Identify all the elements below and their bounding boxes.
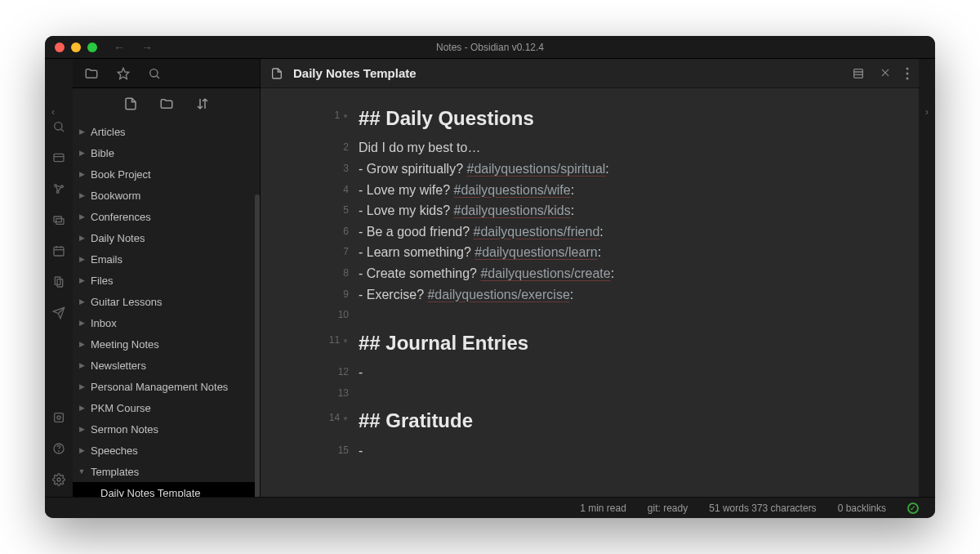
collapse-right-icon[interactable]: › xyxy=(919,59,935,497)
chevron-right-icon[interactable]: ▶ xyxy=(78,127,86,136)
folder-item[interactable]: ▼Templates xyxy=(73,461,260,482)
editor-line[interactable]: 3- Grow spiritually? #dailyquestions/spi… xyxy=(261,159,919,180)
hashtag-link[interactable]: #dailyquestions/friend xyxy=(474,225,600,239)
chevron-right-icon[interactable]: ▶ xyxy=(78,340,86,348)
line-content[interactable]: ## Daily Questions xyxy=(359,101,919,137)
line-content[interactable]: - Be a good friend? #dailyquestions/frie… xyxy=(359,221,919,243)
editor-line[interactable]: 6- Be a good friend? #dailyquestions/fri… xyxy=(261,221,919,243)
publish-icon[interactable] xyxy=(51,306,66,320)
chevron-right-icon[interactable]: ▶ xyxy=(78,149,86,157)
new-folder-icon[interactable] xyxy=(159,96,174,111)
folder-tree[interactable]: ▶Articles▶Bible▶Book Project▶Bookworm▶Co… xyxy=(73,119,260,497)
folder-item[interactable]: ▶Bible xyxy=(73,142,260,163)
chevron-right-icon[interactable]: ▶ xyxy=(78,276,86,284)
editor-line[interactable]: 14▼## Gratitude xyxy=(261,404,919,440)
folder-item[interactable]: ▶Files xyxy=(73,270,260,291)
line-content[interactable]: Did I do my best to… xyxy=(359,137,919,159)
more-options-icon[interactable] xyxy=(906,67,909,80)
sync-ok-icon[interactable]: ✓ xyxy=(907,503,919,514)
quick-switcher-icon[interactable] xyxy=(51,150,66,165)
folder-item[interactable]: ▶Newsletters xyxy=(73,355,260,376)
line-content[interactable]: - xyxy=(359,440,919,462)
chevron-down-icon[interactable]: ▼ xyxy=(78,467,86,476)
templates-icon[interactable] xyxy=(51,275,66,289)
hashtag-link[interactable]: #dailyquestions/exercise xyxy=(427,288,569,302)
chevron-right-icon[interactable]: ▶ xyxy=(78,361,86,369)
folder-item[interactable]: ▶Inbox xyxy=(73,312,260,333)
chevron-right-icon[interactable]: ▶ xyxy=(78,382,86,391)
chevron-right-icon[interactable]: ▶ xyxy=(78,212,86,221)
settings-icon[interactable] xyxy=(51,472,66,487)
hashtag-link[interactable]: #dailyquestions/wife xyxy=(453,183,570,197)
hashtag-link[interactable]: #dailyquestions/create xyxy=(480,266,610,280)
folder-item[interactable]: ▶PKM Course xyxy=(73,397,260,418)
folder-item[interactable]: ▶Emails xyxy=(73,248,260,270)
folder-item[interactable]: ▶Speeches xyxy=(73,440,260,461)
line-content[interactable]: - Create something? #dailyquestions/crea… xyxy=(359,263,919,284)
hashtag-link[interactable]: #dailyquestions/learn xyxy=(474,245,597,259)
fold-icon[interactable]: ▼ xyxy=(342,337,349,345)
forward-button[interactable]: → xyxy=(141,41,153,54)
preview-toggle-icon[interactable] xyxy=(852,67,865,80)
chevron-right-icon[interactable]: ▶ xyxy=(78,234,86,242)
file-item-active[interactable]: Daily Notes Template xyxy=(73,482,260,497)
chevron-right-icon[interactable]: ▶ xyxy=(78,255,86,263)
editor-line[interactable]: 11▼## Journal Entries xyxy=(261,326,919,362)
folder-item[interactable]: ▶Bookworm xyxy=(73,185,260,206)
hashtag-link[interactable]: #dailyquestions/spiritual xyxy=(466,162,605,176)
folder-item[interactable]: ▶Articles xyxy=(73,121,260,142)
line-content[interactable]: - Exercise? #dailyquestions/exercise: xyxy=(359,284,919,306)
vault-icon[interactable] xyxy=(51,410,66,425)
editor-line[interactable]: 10 xyxy=(261,305,919,326)
maximize-window-button[interactable] xyxy=(87,42,97,52)
line-content[interactable]: ## Gratitude xyxy=(359,404,919,440)
editor-line[interactable]: 4- Love my wife? #dailyquestions/wife: xyxy=(261,180,919,201)
editor-line[interactable]: 8- Create something? #dailyquestions/cre… xyxy=(261,263,919,284)
scrollbar-thumb[interactable] xyxy=(255,194,260,497)
chevron-right-icon[interactable]: ▶ xyxy=(78,170,86,178)
line-content[interactable]: - Love my wife? #dailyquestions/wife: xyxy=(359,180,919,201)
line-content[interactable]: - Learn something? #dailyquestions/learn… xyxy=(359,242,919,263)
new-note-icon[interactable] xyxy=(123,96,138,111)
folder-item[interactable]: ▶Personal Management Notes xyxy=(73,376,260,397)
close-icon[interactable] xyxy=(880,67,891,80)
sort-icon[interactable] xyxy=(195,96,210,111)
close-window-button[interactable] xyxy=(55,42,65,52)
line-content[interactable]: - Grow spiritually? #dailyquestions/spir… xyxy=(359,159,919,180)
fold-icon[interactable]: ▼ xyxy=(342,415,349,422)
folder-item[interactable]: ▶Book Project xyxy=(73,163,260,185)
search-tab-icon[interactable] xyxy=(148,67,161,80)
folder-item[interactable]: ▶Daily Notes xyxy=(73,227,260,248)
editor-line[interactable]: 9- Exercise? #dailyquestions/exercise: xyxy=(261,284,919,306)
editor-line[interactable]: 15- xyxy=(261,440,919,462)
cards-icon[interactable] xyxy=(51,212,66,227)
chevron-right-icon[interactable]: ▶ xyxy=(78,319,86,327)
editor-body[interactable]: 1▼## Daily Questions2Did I do my best to… xyxy=(261,88,919,497)
graph-icon[interactable] xyxy=(51,181,66,196)
chevron-right-icon[interactable]: ▶ xyxy=(78,446,86,454)
editor-line[interactable]: 7- Learn something? #dailyquestions/lear… xyxy=(261,242,919,263)
chevron-right-icon[interactable]: ▶ xyxy=(78,425,86,433)
line-content[interactable]: ## Journal Entries xyxy=(359,326,919,362)
search-icon[interactable] xyxy=(51,119,66,134)
hashtag-link[interactable]: #dailyquestions/kids xyxy=(453,203,570,217)
calendar-icon[interactable] xyxy=(51,243,66,258)
star-tab-icon[interactable] xyxy=(117,67,130,80)
line-content[interactable]: - xyxy=(359,362,919,383)
back-button[interactable]: ← xyxy=(114,41,125,54)
help-icon[interactable] xyxy=(51,441,66,456)
folder-item[interactable]: ▶Meeting Notes xyxy=(73,333,260,355)
folder-tab-icon[interactable] xyxy=(84,66,99,81)
line-content[interactable]: - Love my kids? #dailyquestions/kids: xyxy=(359,200,919,221)
collapse-left-icon[interactable]: ‹ xyxy=(51,106,55,118)
line-content[interactable] xyxy=(359,383,919,404)
chevron-right-icon[interactable]: ▶ xyxy=(78,297,86,306)
editor-line[interactable]: 2Did I do my best to… xyxy=(261,137,919,159)
chevron-right-icon[interactable]: ▶ xyxy=(78,404,86,412)
folder-item[interactable]: ▶Conferences xyxy=(73,206,260,227)
editor-line[interactable]: 1▼## Daily Questions xyxy=(261,101,919,137)
chevron-right-icon[interactable]: ▶ xyxy=(78,191,86,199)
fold-icon[interactable]: ▼ xyxy=(342,113,349,120)
minimize-window-button[interactable] xyxy=(71,42,81,52)
editor-line[interactable]: 5- Love my kids? #dailyquestions/kids: xyxy=(261,200,919,221)
